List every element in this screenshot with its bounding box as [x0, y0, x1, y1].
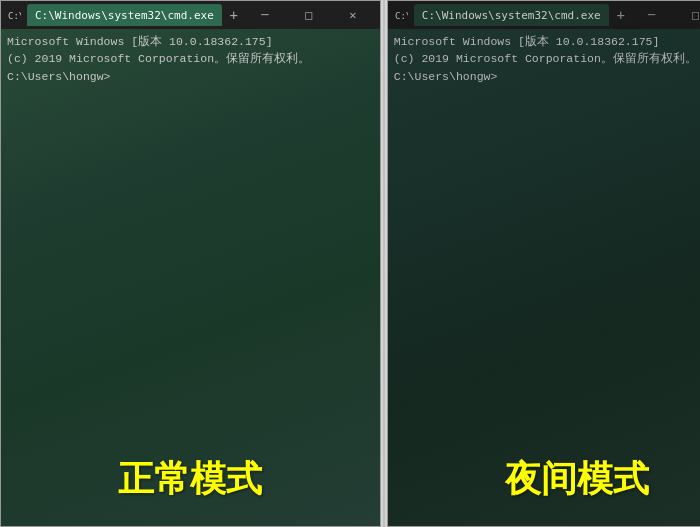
night-title-bar-left: C:\ C:\Windows\system32\cmd.exe + [394, 4, 631, 26]
normal-tab-add[interactable]: + [224, 5, 244, 25]
main-container: C:\ C:\Windows\system32\cmd.exe + ─ □ ✕ [0, 0, 700, 527]
night-mode-label: 夜间模式 [505, 452, 649, 506]
normal-title-bar: C:\ C:\Windows\system32\cmd.exe + ─ □ ✕ [1, 1, 380, 29]
normal-cmd-window: C:\ C:\Windows\system32\cmd.exe + ─ □ ✕ [0, 0, 381, 527]
night-line-1: Microsoft Windows [版本 10.0.18362.175] [394, 33, 700, 50]
normal-line-4: C:\Users\hongw> [7, 68, 374, 85]
normal-line-1: Microsoft Windows [版本 10.0.18362.175] [7, 33, 374, 50]
svg-text:C:\: C:\ [395, 11, 408, 21]
normal-tab-label: C:\Windows\system32\cmd.exe [35, 9, 214, 22]
normal-minimize-btn[interactable]: ─ [244, 1, 286, 29]
night-maximize-btn[interactable]: □ [675, 1, 700, 29]
night-line-4: C:\Users\hongw> [394, 68, 700, 85]
night-line-2: (c) 2019 Microsoft Corporation。保留所有权利。 [394, 50, 700, 67]
night-controls: ─ □ ✕ [631, 1, 700, 29]
normal-close-btn[interactable]: ✕ [332, 1, 374, 29]
normal-label-overlay: 正常模式 [1, 452, 380, 506]
normal-tabs: C:\Windows\system32\cmd.exe + [27, 4, 244, 26]
normal-title-bar-left: C:\ C:\Windows\system32\cmd.exe + [7, 4, 244, 26]
normal-active-tab[interactable]: C:\Windows\system32\cmd.exe [27, 4, 222, 26]
night-tabs: C:\Windows\system32\cmd.exe + [414, 4, 631, 26]
cmd-icon-normal: C:\ [7, 8, 21, 22]
window-separator [383, 0, 385, 527]
normal-window-wrap: C:\ C:\Windows\system32\cmd.exe + ─ □ ✕ [0, 0, 381, 527]
night-cmd-content: Microsoft Windows [版本 10.0.18362.175] (c… [388, 29, 700, 526]
normal-line-2: (c) 2019 Microsoft Corporation。保留所有权利。 [7, 50, 374, 67]
night-tab-label: C:\Windows\system32\cmd.exe [422, 9, 601, 22]
normal-cmd-content: Microsoft Windows [版本 10.0.18362.175] (c… [1, 29, 380, 526]
normal-mode-label: 正常模式 [118, 452, 262, 506]
svg-text:C:\: C:\ [8, 11, 21, 21]
night-minimize-btn[interactable]: ─ [631, 1, 673, 29]
night-active-tab[interactable]: C:\Windows\system32\cmd.exe [414, 4, 609, 26]
night-label-overlay: 夜间模式 [388, 452, 700, 506]
cmd-icon-night: C:\ [394, 8, 408, 22]
normal-maximize-btn[interactable]: □ [288, 1, 330, 29]
normal-controls: ─ □ ✕ [244, 1, 374, 29]
night-window-wrap: C:\ C:\Windows\system32\cmd.exe + ─ □ ✕ [387, 0, 700, 527]
night-title-bar: C:\ C:\Windows\system32\cmd.exe + ─ □ ✕ [388, 1, 700, 29]
night-tab-add[interactable]: + [611, 5, 631, 25]
night-cmd-window: C:\ C:\Windows\system32\cmd.exe + ─ □ ✕ [387, 0, 700, 527]
